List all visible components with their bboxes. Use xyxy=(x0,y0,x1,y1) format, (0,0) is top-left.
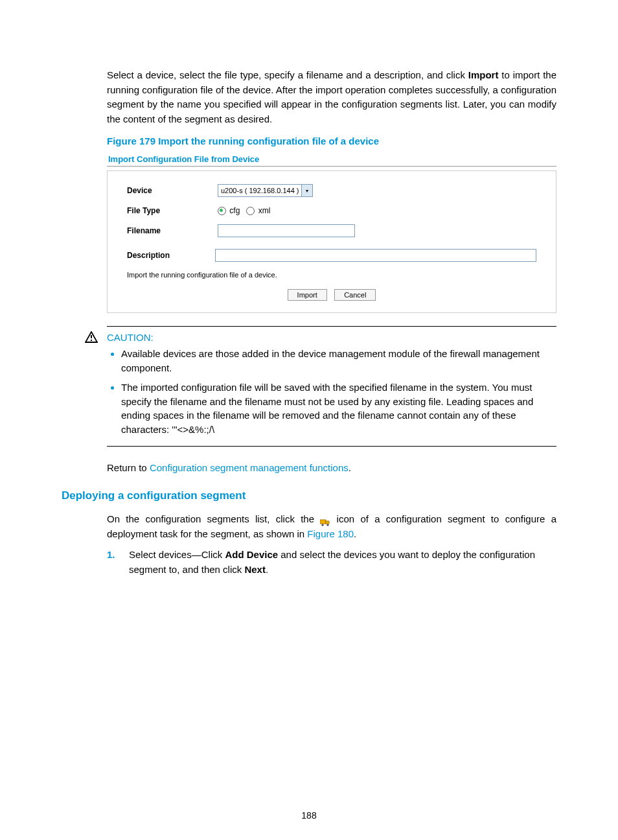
deploy-paragraph: On the configuration segments list, clic… xyxy=(107,512,556,541)
svg-rect-1 xyxy=(91,340,92,341)
svg-rect-3 xyxy=(326,521,329,524)
step-1: 1. Select devices—Click Add Device and s… xyxy=(107,548,556,577)
radio-cfg[interactable] xyxy=(218,207,226,215)
label-device: Device xyxy=(127,186,218,195)
svg-point-4 xyxy=(322,524,324,526)
caution-icon xyxy=(85,330,98,347)
caution-item: The imported configuration file will be … xyxy=(121,380,556,437)
svg-rect-2 xyxy=(320,520,326,524)
description-input[interactable] xyxy=(215,249,536,262)
caution-item: Available devices are those added in the… xyxy=(121,347,556,375)
truck-icon xyxy=(320,516,330,524)
import-button[interactable]: Import xyxy=(288,289,327,301)
filename-input[interactable] xyxy=(218,224,355,237)
link-figure-180[interactable]: Figure 180 xyxy=(307,528,354,539)
radio-xml[interactable] xyxy=(246,207,255,215)
chevron-down-icon: ▾ xyxy=(301,185,312,196)
link-config-segment-mgmt[interactable]: Configuration segment management functio… xyxy=(150,462,349,473)
svg-point-5 xyxy=(327,524,329,526)
panel-title: Import Configuration File from Device xyxy=(107,150,556,167)
figure-caption: Figure 179 Import the running configurat… xyxy=(107,135,556,146)
return-line: Return to Configuration segment manageme… xyxy=(107,461,556,476)
helper-text: Import the running configuration file of… xyxy=(127,271,536,279)
label-filename: Filename xyxy=(127,226,218,235)
svg-rect-0 xyxy=(91,335,92,338)
device-select[interactable]: u200-s ( 192.168.0.144 ) ▾ xyxy=(218,184,313,197)
import-panel: Import Configuration File from Device De… xyxy=(107,150,556,313)
label-file-type: File Type xyxy=(127,206,218,215)
label-description: Description xyxy=(127,251,215,260)
cancel-button[interactable]: Cancel xyxy=(334,289,376,301)
intro-paragraph: Select a device, select the file type, s… xyxy=(107,68,556,126)
page-number: 188 xyxy=(62,810,556,821)
caution-title: CAUTION: xyxy=(107,332,556,343)
caution-block: CAUTION: Available devices are those add… xyxy=(107,326,556,447)
section-heading: Deploying a configuration segment xyxy=(62,489,556,502)
